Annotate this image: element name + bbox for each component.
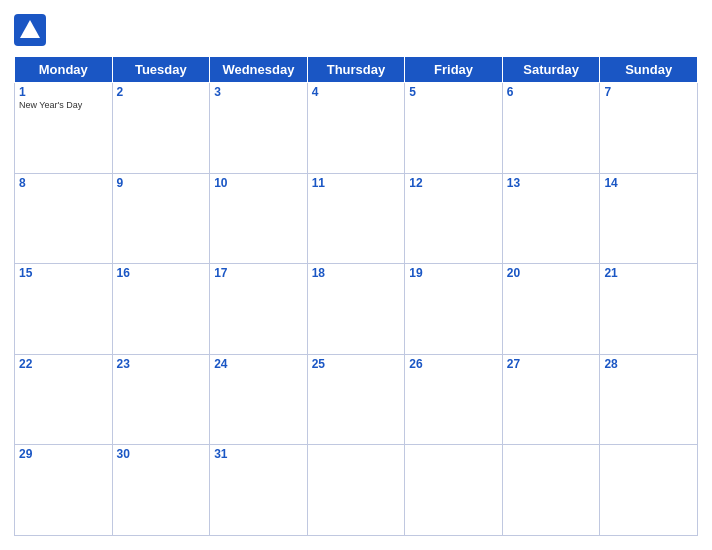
calendar-cell: 10 [210,173,308,264]
calendar-cell: 2 [112,83,210,174]
weekday-header-row: Monday Tuesday Wednesday Thursday Friday… [15,57,698,83]
col-wednesday: Wednesday [210,57,308,83]
day-number: 13 [507,176,596,190]
day-number: 18 [312,266,401,280]
calendar-cell: 22 [15,354,113,445]
calendar-cell: 3 [210,83,308,174]
day-number: 20 [507,266,596,280]
calendar-cell: 23 [112,354,210,445]
day-number: 23 [117,357,206,371]
calendar-cell: 30 [112,445,210,536]
calendar-cell [502,445,600,536]
calendar-cell [600,445,698,536]
calendar-cell: 9 [112,173,210,264]
calendar-page: Monday Tuesday Wednesday Thursday Friday… [0,0,712,550]
day-number: 6 [507,85,596,99]
day-number: 3 [214,85,303,99]
calendar-cell: 17 [210,264,308,355]
day-number: 5 [409,85,498,99]
day-number: 8 [19,176,108,190]
calendar-cell: 7 [600,83,698,174]
calendar-cell: 8 [15,173,113,264]
calendar-week-row: 22232425262728 [15,354,698,445]
day-number: 21 [604,266,693,280]
day-number: 22 [19,357,108,371]
calendar-cell: 1New Year's Day [15,83,113,174]
day-number: 1 [19,85,108,99]
col-friday: Friday [405,57,503,83]
day-number: 24 [214,357,303,371]
day-number: 15 [19,266,108,280]
day-number: 30 [117,447,206,461]
calendar-table: Monday Tuesday Wednesday Thursday Friday… [14,56,698,536]
day-number: 11 [312,176,401,190]
calendar-cell: 13 [502,173,600,264]
day-number: 7 [604,85,693,99]
calendar-header [14,10,698,50]
day-number: 4 [312,85,401,99]
day-number: 27 [507,357,596,371]
day-number: 29 [19,447,108,461]
generalblue-logo-icon [14,14,46,46]
day-number: 9 [117,176,206,190]
calendar-cell: 6 [502,83,600,174]
day-number: 14 [604,176,693,190]
calendar-cell: 20 [502,264,600,355]
calendar-cell: 5 [405,83,503,174]
calendar-cell: 25 [307,354,405,445]
day-number: 26 [409,357,498,371]
col-monday: Monday [15,57,113,83]
calendar-week-row: 1New Year's Day234567 [15,83,698,174]
calendar-cell [307,445,405,536]
day-number: 25 [312,357,401,371]
col-thursday: Thursday [307,57,405,83]
col-tuesday: Tuesday [112,57,210,83]
calendar-cell: 28 [600,354,698,445]
calendar-cell: 19 [405,264,503,355]
calendar-cell: 16 [112,264,210,355]
calendar-cell: 31 [210,445,308,536]
col-sunday: Sunday [600,57,698,83]
calendar-cell: 4 [307,83,405,174]
day-number: 2 [117,85,206,99]
calendar-cell [405,445,503,536]
day-number: 28 [604,357,693,371]
calendar-week-row: 15161718192021 [15,264,698,355]
calendar-cell: 26 [405,354,503,445]
day-number: 10 [214,176,303,190]
day-number: 19 [409,266,498,280]
calendar-cell: 12 [405,173,503,264]
calendar-week-row: 293031 [15,445,698,536]
calendar-cell: 27 [502,354,600,445]
day-number: 31 [214,447,303,461]
col-saturday: Saturday [502,57,600,83]
calendar-cell: 21 [600,264,698,355]
day-number: 16 [117,266,206,280]
calendar-cell: 15 [15,264,113,355]
calendar-cell: 29 [15,445,113,536]
calendar-cell: 18 [307,264,405,355]
logo [14,14,50,46]
day-number: 17 [214,266,303,280]
calendar-cell: 11 [307,173,405,264]
holiday-label: New Year's Day [19,100,108,110]
calendar-cell: 14 [600,173,698,264]
calendar-cell: 24 [210,354,308,445]
calendar-week-row: 891011121314 [15,173,698,264]
day-number: 12 [409,176,498,190]
